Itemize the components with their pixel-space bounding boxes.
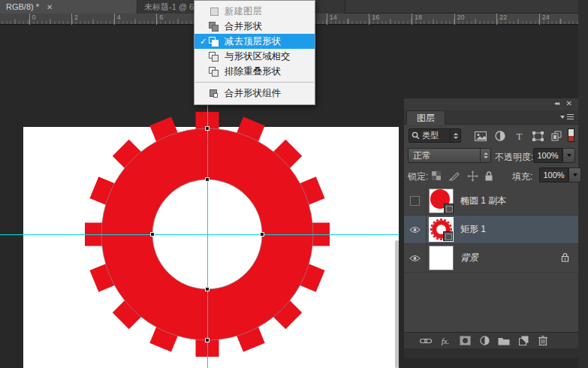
menu-item-label: 与形状区域相交 — [225, 50, 291, 63]
menu-item-intersect-shape-areas[interactable]: 与形状区域相交 — [194, 49, 315, 64]
menu-item-merge-shape-components[interactable]: 合并形状组件 — [194, 86, 315, 101]
window-right-edge — [578, 0, 588, 368]
panel-menu-icon[interactable] — [560, 113, 574, 122]
filter-type-label: 类型 — [422, 130, 439, 141]
canvas-vertical-scrollbar[interactable] — [395, 240, 399, 368]
layer-name: 矩形 1 — [460, 223, 486, 236]
visibility-toggle[interactable] — [404, 244, 427, 272]
menu-item-label: 新建图层 — [225, 5, 262, 18]
layer-filter-toggle[interactable] — [568, 128, 574, 142]
layer-row-rectangle[interactable]: 矩形 1 — [404, 216, 578, 244]
blend-mode-select[interactable]: 正常 — [408, 148, 491, 163]
new-layer-icon[interactable] — [514, 336, 533, 345]
filter-type-select[interactable]: 类型 — [409, 128, 461, 143]
ruler-tick-label: 16 — [369, 14, 379, 25]
menu-item-label: 减去顶层形状 — [225, 35, 281, 48]
menu-item-label: 合并形状组件 — [225, 87, 281, 100]
ruler-tick-label: 6 — [156, 14, 163, 25]
chevron-updown-icon — [480, 149, 488, 162]
collapse-panel-icon[interactable]: ◂◂ — [554, 100, 559, 107]
filter-smart-objects-icon[interactable] — [549, 129, 564, 143]
panel-tab-row: 图层 — [404, 110, 578, 125]
opacity-label: 不透明度: — [495, 151, 533, 164]
lock-row: 锁定: 填充: 100% — [404, 166, 578, 186]
layer-list: 椭圆 1 副本 矩形 1 背景 — [404, 187, 578, 273]
exclude-overlapping-shapes-icon — [209, 67, 219, 77]
ruler-tick-label: 2 — [71, 14, 78, 25]
document-canvas[interactable] — [23, 127, 399, 368]
panel-header: ◂◂ ✕ — [404, 98, 578, 110]
ruler-tick-label: 0 — [29, 14, 36, 25]
ruler-tick-label: 24 — [539, 14, 550, 25]
shape-combine-menu: 新建图层 合并形状 ✓ 减去顶层形状 与形状区域相交 排除重叠形状 合并形状组件 — [194, 0, 315, 105]
new-group-folder-icon[interactable] — [494, 336, 514, 345]
filter-adjustment-layers-icon[interactable] — [493, 129, 508, 143]
panel-bottom-strip — [404, 348, 578, 358]
document-tab-active[interactable]: RGB/8) * ✕ — [0, 0, 137, 14]
ruler-tick-label: 14 — [327, 14, 337, 25]
filter-shape-layers-icon[interactable] — [530, 129, 545, 143]
lock-position-move-icon[interactable] — [466, 169, 479, 182]
layers-panel: ◂◂ ✕ 图层 类型 T — [403, 98, 578, 359]
ruler-tick-label: 22 — [496, 14, 507, 25]
fill-label: 填充: — [512, 170, 532, 183]
layer-row-background[interactable]: 背景 — [404, 244, 578, 273]
delete-layer-trash-icon[interactable] — [533, 336, 553, 345]
intersect-shape-areas-icon — [209, 52, 219, 62]
search-icon — [412, 131, 420, 140]
filter-pixel-layers-icon[interactable] — [473, 129, 488, 143]
menu-item-combine-shapes[interactable]: 合并形状 — [194, 19, 315, 34]
lock-all-icon[interactable] — [482, 169, 496, 182]
menu-item-subtract-front-shape[interactable]: ✓ 减去顶层形状 — [194, 34, 315, 49]
close-icon[interactable]: ✕ — [566, 99, 572, 107]
fill-dropdown-arrow[interactable] — [568, 167, 581, 182]
new-layer-icon — [209, 7, 219, 17]
menu-item-exclude-overlapping-shapes[interactable]: 排除重叠形状 — [194, 64, 315, 79]
merge-shape-components-icon — [209, 89, 219, 98]
shape-layer-badge — [444, 204, 454, 213]
menu-item-label: 排除重叠形状 — [225, 65, 281, 78]
fill-value[interactable]: 100% — [539, 167, 568, 182]
ruler-tick-label: 4 — [114, 14, 121, 25]
visibility-toggle[interactable] — [404, 187, 427, 215]
checkmark-icon: ✓ — [198, 37, 209, 47]
layer-thumbnail[interactable] — [429, 246, 454, 270]
blend-mode-row: 正常 不透明度: 100% — [404, 146, 578, 165]
layer-filter-row: 类型 T — [404, 126, 578, 146]
filter-type-layers-icon[interactable]: T — [511, 129, 526, 143]
menu-item-label: 合并形状 — [225, 20, 262, 33]
layer-style-fx-icon[interactable]: fx. — [436, 336, 455, 345]
menu-item-new-layer[interactable]: 新建图层 — [194, 4, 315, 19]
lock-transparency-icon[interactable] — [430, 169, 443, 182]
new-adjustment-layer-icon[interactable] — [475, 336, 494, 345]
lock-label: 锁定: — [408, 170, 428, 183]
ruler-tick-label: 20 — [454, 14, 465, 25]
panel-footer: fx. — [404, 332, 578, 348]
layer-thumbnail[interactable] — [429, 189, 454, 213]
eye-icon — [409, 226, 421, 234]
blend-mode-value: 正常 — [413, 149, 431, 162]
tab-layers[interactable]: 图层 — [406, 110, 445, 125]
visibility-toggle[interactable] — [404, 216, 427, 243]
layer-name: 椭圆 1 副本 — [460, 195, 506, 207]
document-tab-label: RGB/8) * — [6, 2, 39, 11]
close-icon[interactable]: ✕ — [47, 3, 53, 11]
combine-shapes-icon — [209, 22, 219, 32]
menu-separator — [195, 82, 314, 83]
chevron-updown-icon — [450, 129, 458, 142]
layer-thumbnail[interactable] — [429, 217, 454, 242]
link-layers-icon[interactable] — [416, 338, 436, 344]
lock-image-brush-icon[interactable] — [448, 169, 461, 182]
add-layer-mask-icon[interactable] — [455, 336, 475, 345]
layer-row-ellipse-copy[interactable]: 椭圆 1 副本 — [404, 187, 578, 216]
eye-icon — [409, 255, 421, 262]
opacity-dropdown-arrow[interactable] — [562, 148, 575, 163]
ruler-tick-label: 18 — [412, 14, 422, 25]
shape-layer-badge — [443, 231, 453, 241]
layer-name: 背景 — [460, 252, 478, 264]
svg-text:T: T — [516, 131, 522, 141]
subtract-front-shape-icon — [209, 37, 219, 47]
visibility-off-box — [410, 196, 420, 206]
opacity-value[interactable]: 100% — [533, 148, 562, 163]
lock-icon — [561, 252, 569, 264]
